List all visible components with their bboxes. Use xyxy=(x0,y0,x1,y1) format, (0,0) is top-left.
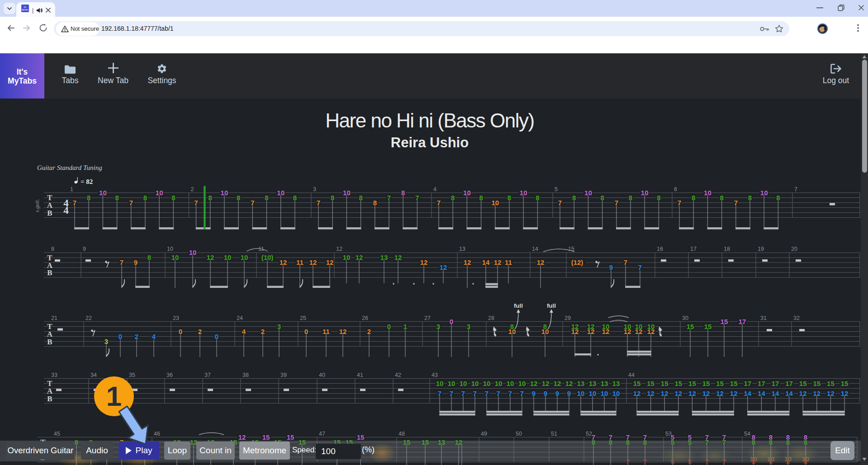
svg-text:10: 10 xyxy=(189,249,197,256)
svg-text:12: 12 xyxy=(420,258,428,266)
svg-text:8: 8 xyxy=(237,194,240,202)
svg-text:12: 12 xyxy=(587,328,595,335)
svg-text:9: 9 xyxy=(544,390,547,397)
svg-text:3: 3 xyxy=(277,323,281,330)
svg-text:8: 8 xyxy=(657,194,660,202)
svg-text:10: 10 xyxy=(760,189,768,197)
svg-text:7: 7 xyxy=(317,199,320,207)
svg-text:13: 13 xyxy=(577,380,585,387)
svg-text:12: 12 xyxy=(537,258,545,266)
svg-text:10: 10 xyxy=(471,380,479,387)
svg-text:B: B xyxy=(47,209,52,217)
svg-text:B: B xyxy=(47,395,52,403)
svg-text:1: 1 xyxy=(403,323,407,330)
svg-text:9: 9 xyxy=(532,390,536,397)
svg-text:10: 10 xyxy=(491,199,499,207)
svg-text:8: 8 xyxy=(692,194,695,202)
svg-text:13: 13 xyxy=(612,380,620,387)
svg-text:12: 12 xyxy=(309,258,317,266)
svg-text:7: 7 xyxy=(194,199,198,207)
svg-text:full: full xyxy=(514,302,523,309)
svg-text:12: 12 xyxy=(356,254,363,261)
svg-text:8: 8 xyxy=(373,199,377,207)
svg-text:8: 8 xyxy=(479,194,483,202)
svg-text:12: 12 xyxy=(336,246,342,252)
svg-text:7: 7 xyxy=(437,199,441,207)
svg-text:0: 0 xyxy=(119,333,122,340)
svg-text:17: 17 xyxy=(785,380,793,387)
svg-text:7: 7 xyxy=(461,390,465,397)
svg-text:10: 10 xyxy=(612,390,620,397)
svg-text:10: 10 xyxy=(483,380,491,387)
svg-text:7: 7 xyxy=(508,390,512,397)
svg-text:10: 10 xyxy=(463,189,471,197)
svg-text:5: 5 xyxy=(555,186,558,193)
svg-text:15: 15 xyxy=(827,380,835,387)
svg-text:12: 12 xyxy=(635,328,643,335)
svg-text:7: 7 xyxy=(678,199,681,207)
svg-text:9: 9 xyxy=(134,258,138,266)
svg-text:44: 44 xyxy=(628,372,635,378)
svg-text:14: 14 xyxy=(482,258,490,266)
svg-text:36: 36 xyxy=(166,372,173,378)
svg-text:12: 12 xyxy=(799,390,807,397)
svg-text:10: 10 xyxy=(507,380,514,387)
svg-text:21: 21 xyxy=(51,315,57,321)
svg-text:12: 12 xyxy=(207,254,214,261)
svg-text:15: 15 xyxy=(702,380,710,387)
svg-text:10: 10 xyxy=(241,254,248,261)
svg-text:13: 13 xyxy=(589,380,597,387)
svg-text:7: 7 xyxy=(73,199,76,207)
svg-text:8: 8 xyxy=(776,194,780,202)
svg-text:7: 7 xyxy=(734,199,738,207)
svg-text:7: 7 xyxy=(485,390,489,397)
svg-text:22: 22 xyxy=(85,315,92,321)
svg-text:15: 15 xyxy=(721,318,728,325)
svg-text:2: 2 xyxy=(261,328,265,335)
svg-text:29: 29 xyxy=(564,315,571,321)
svg-text:42: 42 xyxy=(395,372,401,378)
svg-text:6: 6 xyxy=(674,186,677,193)
svg-text:30: 30 xyxy=(682,315,688,321)
svg-text:0: 0 xyxy=(179,328,182,335)
svg-text:32: 32 xyxy=(793,315,800,321)
svg-text:4: 4 xyxy=(242,328,246,335)
svg-text:12: 12 xyxy=(624,328,631,335)
svg-text:7: 7 xyxy=(794,186,797,193)
svg-text:12: 12 xyxy=(813,390,821,397)
svg-text:8: 8 xyxy=(508,194,511,202)
svg-text:10: 10 xyxy=(343,254,351,261)
svg-text:17: 17 xyxy=(758,380,765,387)
svg-text:15: 15 xyxy=(287,433,294,441)
svg-text:12: 12 xyxy=(238,433,246,441)
svg-text:23: 23 xyxy=(173,315,179,321)
svg-text:10: 10 xyxy=(99,189,107,197)
svg-text:1: 1 xyxy=(70,186,73,193)
svg-text:16: 16 xyxy=(657,246,663,252)
svg-text:12: 12 xyxy=(702,390,710,397)
svg-text:12: 12 xyxy=(647,328,655,335)
svg-text:40: 40 xyxy=(319,372,325,378)
svg-text:12: 12 xyxy=(542,380,550,387)
svg-text:7: 7 xyxy=(415,194,419,202)
svg-text:48: 48 xyxy=(398,431,405,437)
svg-text:7: 7 xyxy=(120,258,123,266)
svg-text:15: 15 xyxy=(687,323,694,330)
svg-text:3: 3 xyxy=(436,323,440,330)
svg-text:41: 41 xyxy=(357,372,363,378)
svg-text:10: 10 xyxy=(577,390,585,397)
svg-text:12: 12 xyxy=(565,380,573,387)
svg-text:10: 10 xyxy=(156,189,163,197)
svg-text:7: 7 xyxy=(473,390,477,397)
svg-text:14: 14 xyxy=(785,390,793,397)
svg-text:2: 2 xyxy=(367,328,371,335)
svg-text:14: 14 xyxy=(758,390,765,397)
svg-text:15: 15 xyxy=(647,380,655,387)
svg-text:0: 0 xyxy=(215,333,218,340)
svg-text:12: 12 xyxy=(688,390,696,397)
svg-text:s.guit.: s.guit. xyxy=(34,199,40,212)
svg-text:12: 12 xyxy=(464,258,471,266)
svg-text:10: 10 xyxy=(589,390,597,397)
svg-text:8: 8 xyxy=(629,194,632,202)
svg-text:39: 39 xyxy=(280,372,287,378)
